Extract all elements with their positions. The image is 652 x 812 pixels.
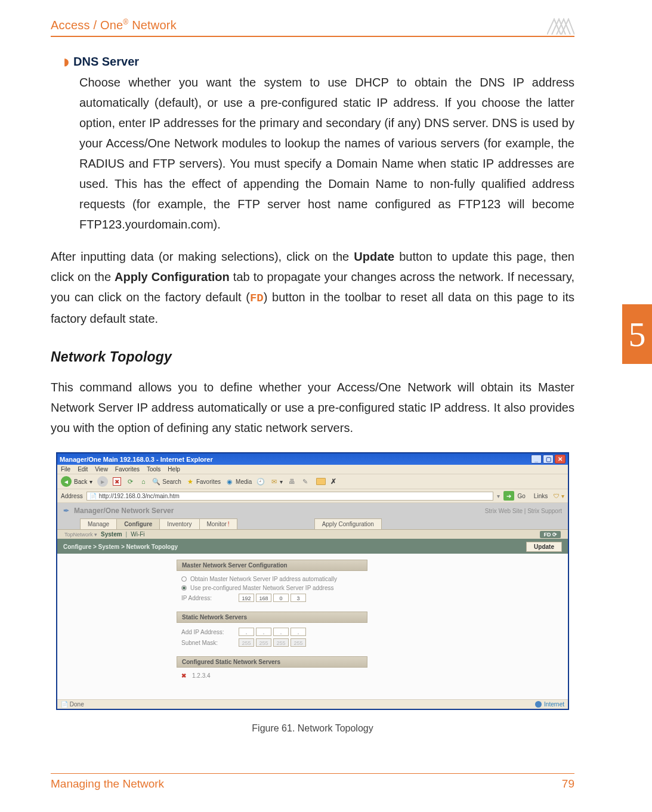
menu-tools[interactable]: Tools bbox=[147, 466, 160, 473]
brand-title: Manager/One Network Server bbox=[74, 507, 174, 515]
tab-apply-configuration[interactable]: Apply Configuration bbox=[314, 518, 382, 529]
subnet-input[interactable]: 255 255 255 255 bbox=[239, 638, 306, 647]
subnav-system[interactable]: System bbox=[101, 531, 122, 538]
section-heading-network-topology: Network Topology bbox=[51, 349, 574, 365]
menu-view[interactable]: View bbox=[95, 466, 108, 473]
close-button[interactable]: ✕ bbox=[555, 455, 566, 464]
refresh-button[interactable]: ⟳ bbox=[126, 477, 134, 486]
browser-toolbar: ◄Back ▾ ► ✖ ⟳ ⌂ 🔍Search ★Favorites ◉Medi… bbox=[57, 474, 568, 489]
edit-button[interactable]: ✎ bbox=[301, 477, 309, 486]
page-icon: 📄 bbox=[89, 493, 97, 499]
subnet-label: Subnet Mask: bbox=[181, 640, 235, 646]
panel-configured-servers: Configured Static Network Servers ✖ 1.2.… bbox=[177, 656, 544, 684]
back-button[interactable]: ◄Back ▾ bbox=[61, 476, 92, 487]
fd-code: FD bbox=[250, 292, 264, 305]
favorites-button[interactable]: ★Favorites bbox=[186, 477, 221, 486]
ip-cell[interactable]: 3 bbox=[291, 594, 306, 602]
panel-configured-title: Configured Static Network Servers bbox=[177, 656, 367, 668]
tab-inventory[interactable]: Inventory bbox=[159, 518, 199, 529]
tab-manage[interactable]: Manage bbox=[80, 518, 117, 529]
norton-icon[interactable]: 🛡 ▾ bbox=[554, 493, 564, 499]
figure-network-topology: Manager/One Main 192.168.0.3 - Internet … bbox=[51, 452, 574, 734]
page-header: Access / One® Network bbox=[51, 18, 574, 37]
menu-edit[interactable]: Edit bbox=[78, 466, 88, 473]
ip-cell: 255 bbox=[239, 638, 254, 647]
home-button[interactable]: ⌂ bbox=[139, 477, 147, 486]
forward-button[interactable]: ► bbox=[97, 476, 108, 487]
subnav-wifi[interactable]: Wi-Fi bbox=[131, 531, 144, 538]
print-button[interactable]: 🖶 bbox=[288, 477, 296, 486]
menu-help[interactable]: Help bbox=[168, 466, 180, 473]
ip-cell[interactable]: 168 bbox=[256, 594, 271, 602]
radio-icon bbox=[181, 576, 187, 582]
product-name: Access / One® Network bbox=[51, 18, 177, 32]
status-internet: Internet bbox=[535, 701, 564, 708]
master-ip-input[interactable]: 192 168 0 3 bbox=[239, 594, 306, 602]
stop-button[interactable]: ✖ bbox=[113, 477, 121, 486]
breadcrumb-bar: Configure > System > Network Topology Up… bbox=[57, 540, 568, 554]
brand-feather-icon: ✒ bbox=[63, 507, 69, 515]
browser-titlebar: Manager/One Main 192.168.0.3 - Internet … bbox=[57, 453, 568, 465]
maximize-button[interactable]: ▢ bbox=[543, 455, 554, 464]
search-button[interactable]: 🔍Search bbox=[152, 477, 181, 486]
product-name-a: Access / One bbox=[51, 18, 123, 32]
mail-button[interactable]: ✉▾ bbox=[270, 477, 283, 486]
sub-nav: TopNetwork ▾ System | Wi-Fi FD ⟳ bbox=[57, 529, 568, 540]
radio-auto[interactable]: Obtain Master Network Server IP address … bbox=[181, 575, 544, 583]
address-input[interactable]: 📄http://192.168.0.3/nc/main.htm bbox=[86, 492, 493, 501]
body-content: ◗ DNS Server Choose whether you want the… bbox=[51, 55, 574, 734]
fd-button[interactable]: FD ⟳ bbox=[540, 531, 561, 538]
favorites-label: Favorites bbox=[196, 478, 221, 485]
app-links[interactable]: Strix Web Site | Strix Support bbox=[485, 508, 562, 514]
radio-selected-icon bbox=[181, 585, 187, 591]
toolbar-x-icon[interactable]: ✗ bbox=[330, 477, 336, 486]
main-tabs: Manage Configure Inventory Monitor! Appl… bbox=[57, 518, 568, 529]
links-label[interactable]: Links bbox=[534, 493, 548, 499]
bullet-heading: ◗ DNS Server bbox=[64, 55, 574, 69]
ip-cell[interactable]: . bbox=[239, 628, 254, 636]
bullet-paragraph: Choose whether you want the system to us… bbox=[79, 72, 574, 234]
tab-configure[interactable]: Configure bbox=[116, 518, 160, 529]
radio-static-label: Use pre-configured Master Network Server… bbox=[190, 585, 333, 591]
browser-menubar: File Edit View Favorites Tools Help bbox=[57, 465, 568, 474]
globe-icon bbox=[535, 701, 542, 708]
radio-static[interactable]: Use pre-configured Master Network Server… bbox=[181, 583, 544, 592]
go-label: Go bbox=[518, 493, 526, 499]
section-paragraph: This command allows you to define whethe… bbox=[51, 377, 574, 438]
add-ip-input[interactable]: . . . . bbox=[239, 628, 306, 636]
breadcrumb-text: Configure > System > Network Topology bbox=[63, 544, 178, 550]
panel-static-title: Static Network Servers bbox=[177, 612, 367, 623]
monitor-label: Monitor bbox=[207, 521, 227, 527]
history-button[interactable]: 🕘 bbox=[257, 477, 265, 486]
ip-cell[interactable]: . bbox=[273, 628, 289, 636]
panel-static-servers: Static Network Servers Add IP Address: .… bbox=[177, 612, 544, 652]
go-button[interactable]: ➔ bbox=[503, 491, 514, 501]
menu-file[interactable]: File bbox=[61, 466, 70, 473]
brand-logo-icon bbox=[547, 18, 574, 35]
status-done: 📄 Done bbox=[61, 701, 84, 708]
configured-entry-ip: 1.2.3.4 bbox=[192, 672, 211, 679]
panel-master-server: Master Network Server Configuration Obta… bbox=[177, 560, 544, 607]
panel-master-title: Master Network Server Configuration bbox=[177, 560, 367, 571]
update-button[interactable]: Update bbox=[526, 542, 562, 552]
minimize-button[interactable]: _ bbox=[531, 455, 542, 464]
body-paragraph-update: After inputting data (or making selectio… bbox=[51, 246, 574, 329]
menu-favorites[interactable]: Favorites bbox=[115, 466, 140, 473]
ip-cell[interactable]: 0 bbox=[273, 594, 289, 602]
media-label: Media bbox=[236, 478, 252, 485]
ip-cell: 255 bbox=[273, 638, 289, 647]
tab-monitor[interactable]: Monitor! bbox=[199, 518, 237, 529]
figure-caption: Figure 61. Network Topology bbox=[252, 723, 373, 734]
ip-cell: 255 bbox=[291, 638, 306, 647]
address-label: Address bbox=[61, 493, 83, 499]
bullet-icon: ◗ bbox=[64, 57, 69, 67]
ip-cell[interactable]: . bbox=[256, 628, 271, 636]
media-button[interactable]: ◉Media bbox=[225, 477, 252, 486]
titlebar-buttons: _ ▢ ✕ bbox=[531, 455, 566, 464]
radio-auto-label: Obtain Master Network Server IP address … bbox=[190, 576, 337, 582]
folder-icon[interactable] bbox=[316, 478, 326, 485]
delete-icon[interactable]: ✖ bbox=[181, 672, 186, 679]
ip-cell[interactable]: 192 bbox=[239, 594, 254, 602]
ip-cell[interactable]: . bbox=[291, 628, 306, 636]
app-header: ✒ Manager/One Network Server Strix Web S… bbox=[57, 503, 568, 518]
